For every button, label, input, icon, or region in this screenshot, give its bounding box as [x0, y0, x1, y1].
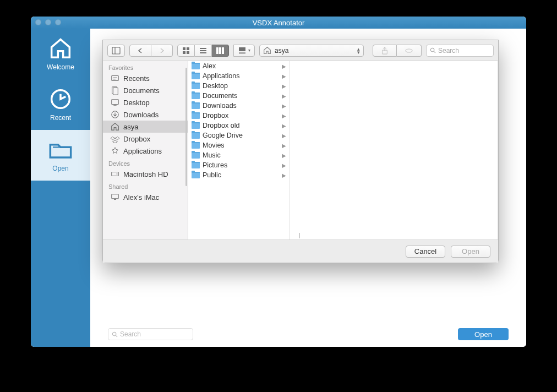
- favorites-item-dropbox[interactable]: Dropbox: [103, 133, 188, 145]
- column-1[interactable]: [290, 61, 498, 239]
- sidebar-label: Welcome: [47, 63, 74, 71]
- folder-icon: [192, 172, 200, 178]
- item-label: Downloads: [123, 111, 159, 119]
- share-button[interactable]: [373, 45, 397, 57]
- folder-icon: [192, 132, 200, 139]
- item-label: Desktop: [123, 99, 150, 107]
- folder-icon: [192, 142, 200, 149]
- item-label: Macintosh HD: [123, 170, 168, 178]
- folder-item-dropbox[interactable]: Dropbox ▶: [188, 111, 290, 121]
- chevron-right-icon: ▶: [282, 83, 286, 89]
- sidebar-label: Open: [52, 165, 68, 172]
- resize-handle[interactable]: ║: [298, 233, 303, 237]
- main-search-input[interactable]: Search: [108, 328, 193, 340]
- minimize-window-button[interactable]: [45, 19, 51, 25]
- dialog-toolbar: ▾ asya ▴▾ Search: [103, 40, 498, 61]
- path-label: asya: [275, 47, 288, 55]
- desktop-icon: [111, 98, 119, 107]
- folder-item-documents[interactable]: Documents ▶: [188, 91, 290, 101]
- favorites-item-desktop[interactable]: Desktop: [103, 96, 188, 108]
- folder-open-icon: [49, 138, 72, 161]
- folder-item-alex[interactable]: Alex ▶: [188, 61, 290, 71]
- chevron-right-icon: ▶: [282, 162, 286, 168]
- home-icon: [49, 37, 72, 60]
- app-window: VSDX Annotator Welcome Recent Open: [31, 17, 526, 347]
- group-by-button[interactable]: ▾: [233, 45, 255, 57]
- dialog-search-input[interactable]: Search: [426, 45, 494, 57]
- chevron-right-icon: ▶: [282, 143, 286, 149]
- open-button[interactable]: Open: [451, 246, 490, 258]
- app-title: VSDX Annotator: [253, 19, 305, 27]
- folder-icon: [192, 112, 200, 119]
- zoom-window-button[interactable]: [55, 19, 61, 25]
- favorites-item-recents[interactable]: Recents: [103, 72, 188, 84]
- imac-icon: [111, 193, 119, 202]
- close-window-button[interactable]: [35, 19, 41, 25]
- shared-header: Shared: [103, 180, 188, 191]
- folder-item-dropbox-old[interactable]: Dropbox old ▶: [188, 121, 290, 130]
- dialog-footer: Cancel Open: [103, 239, 498, 263]
- open-file-dialog: ▾ asya ▴▾ Search Favorites Recents: [102, 40, 499, 263]
- nav-buttons: [129, 45, 173, 57]
- item-label: Music: [203, 151, 221, 159]
- item-label: asya: [123, 123, 138, 131]
- search-icon: [112, 331, 118, 337]
- folder-item-downloads[interactable]: Downloads ▶: [188, 101, 290, 111]
- item-label: Applications: [123, 147, 162, 155]
- folder-item-public[interactable]: Public ▶: [188, 170, 290, 180]
- folder-item-applications[interactable]: Applications ▶: [188, 71, 290, 81]
- view-mode-buttons: [177, 45, 229, 57]
- bottom-bar: Search Open: [90, 323, 526, 347]
- recents-icon: [111, 74, 119, 83]
- devices-item-macintosh-hd[interactable]: Macintosh HD: [103, 168, 188, 180]
- sidebar-item-open[interactable]: Open: [31, 130, 90, 181]
- item-label: Dropbox: [123, 135, 150, 143]
- list-view-button[interactable]: [195, 45, 212, 57]
- folder-item-music[interactable]: Music ▶: [188, 150, 290, 160]
- folder-item-pictures[interactable]: Pictures ▶: [188, 160, 290, 170]
- favorites-item-downloads[interactable]: Downloads: [103, 108, 188, 121]
- item-label: Public: [203, 171, 221, 179]
- group-by-button-group: ▾: [233, 45, 255, 57]
- folder-icon: [192, 92, 200, 99]
- folder-icon: [192, 83, 200, 89]
- item-label: Movies: [203, 141, 225, 149]
- clock-icon: [49, 88, 72, 111]
- forward-button[interactable]: [151, 45, 173, 57]
- chevron-right-icon: ▶: [282, 153, 286, 159]
- chevron-right-icon: ▶: [282, 123, 286, 129]
- home-icon: [263, 46, 271, 55]
- search-icon: [430, 47, 436, 53]
- icon-view-button[interactable]: [177, 45, 195, 57]
- shared-item-alex-s-imac[interactable]: Alex's iMac: [103, 191, 188, 203]
- path-popup[interactable]: asya ▴▾: [259, 45, 364, 57]
- item-label: Alex: [203, 62, 216, 70]
- search-placeholder: Search: [438, 47, 459, 55]
- column-view: Alex ▶ Applications ▶ Desktop ▶ Document…: [188, 61, 498, 239]
- sidebar-item-recent[interactable]: Recent: [31, 79, 90, 130]
- folder-item-google-drive[interactable]: Google Drive ▶: [188, 130, 290, 140]
- back-button[interactable]: [129, 45, 151, 57]
- item-label: Desktop: [203, 82, 228, 90]
- item-label: Dropbox old: [203, 122, 239, 129]
- favorites-item-applications[interactable]: Applications: [103, 145, 188, 157]
- favorites-header: Favorites: [103, 61, 188, 72]
- column-view-button[interactable]: [212, 45, 229, 57]
- window-controls: [35, 19, 61, 25]
- tags-button[interactable]: [397, 45, 422, 57]
- folder-item-movies[interactable]: Movies ▶: [188, 140, 290, 150]
- devices-header: Devices: [103, 157, 188, 168]
- cancel-button[interactable]: Cancel: [406, 246, 445, 258]
- dialog-body: Favorites Recents Documents Desktop Down…: [103, 61, 498, 239]
- toggle-sidebar-button[interactable]: [107, 45, 125, 57]
- favorites-item-documents[interactable]: Documents: [103, 84, 188, 96]
- sidebar-item-welcome[interactable]: Welcome: [31, 29, 90, 79]
- main-open-button[interactable]: Open: [458, 328, 509, 340]
- item-label: Google Drive: [203, 132, 243, 139]
- item-label: Documents: [203, 92, 237, 100]
- folder-icon: [192, 73, 200, 79]
- favorites-item-asya[interactable]: asya: [103, 121, 188, 133]
- folder-item-desktop[interactable]: Desktop ▶: [188, 81, 290, 91]
- search-placeholder: Search: [120, 330, 141, 338]
- hdd-icon: [111, 170, 119, 178]
